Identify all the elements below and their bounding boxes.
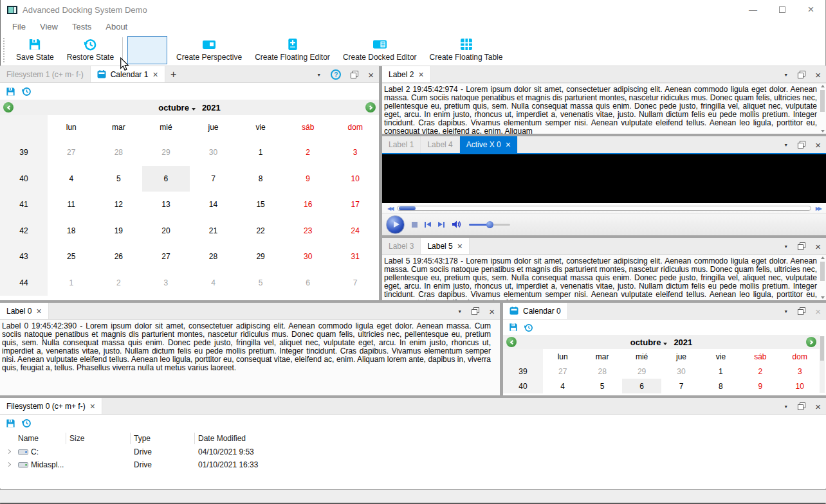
calendar-day[interactable]: 30: [284, 244, 332, 270]
calendar-day[interactable]: 28: [190, 244, 237, 270]
panel-close-icon[interactable]: ×: [815, 402, 821, 411]
tab-close-icon[interactable]: ×: [152, 70, 158, 79]
float-icon[interactable]: [798, 71, 805, 78]
restore-icon[interactable]: [21, 86, 32, 96]
restore-icon[interactable]: [524, 323, 533, 332]
calendar-day[interactable]: 9: [284, 166, 332, 192]
calendar-day[interactable]: 7: [661, 379, 701, 393]
calendar-day[interactable]: 23: [284, 218, 332, 244]
tab-close-icon[interactable]: ×: [506, 140, 511, 149]
float-icon[interactable]: [798, 402, 805, 410]
volume-slider[interactable]: [469, 224, 510, 226]
stop-button[interactable]: [412, 222, 418, 228]
calendar-day[interactable]: 14: [190, 192, 237, 218]
scroll-thumb[interactable]: [820, 336, 824, 361]
calendar-day[interactable]: 22: [237, 218, 284, 244]
calendar-day[interactable]: 21: [190, 218, 237, 244]
tab-close-icon[interactable]: ×: [457, 242, 463, 251]
video-display[interactable]: [382, 154, 826, 203]
month-label[interactable]: octubre: [158, 103, 189, 113]
restore-icon[interactable]: [21, 418, 32, 428]
table-row[interactable]: C: Drive 04/10/2021 9:53: [0, 446, 826, 458]
previous-button[interactable]: [425, 222, 431, 228]
seek-slider[interactable]: [397, 206, 811, 211]
tab-label3[interactable]: Label 3: [382, 238, 421, 254]
calendar-day[interactable]: 8: [237, 166, 284, 192]
tab-label4[interactable]: Label 4: [421, 136, 459, 153]
tabs-menu-icon[interactable]: ▼: [317, 73, 321, 77]
calendar-day[interactable]: 6: [142, 166, 190, 192]
calendar-day[interactable]: 5: [582, 379, 621, 393]
panel-close-icon[interactable]: ×: [815, 242, 821, 251]
year-label[interactable]: 2021: [202, 103, 221, 113]
column-divider[interactable]: [130, 433, 131, 444]
calendar-day[interactable]: 30: [661, 364, 701, 379]
menu-tests[interactable]: Tests: [65, 22, 98, 32]
calendar-day[interactable]: 16: [284, 192, 332, 218]
calendar-day[interactable]: 5: [237, 270, 284, 296]
panel-close-icon[interactable]: ×: [815, 70, 821, 80]
calendar-day[interactable]: 25: [48, 244, 95, 270]
tabs-menu-icon[interactable]: ▼: [784, 143, 788, 147]
create-floating-editor-button[interactable]: Create Floating Editor: [248, 35, 336, 65]
float-icon[interactable]: [798, 141, 805, 148]
tabs-menu-icon[interactable]: ▼: [457, 309, 462, 314]
column-divider[interactable]: [194, 433, 195, 444]
calendar-day[interactable]: 7: [331, 270, 379, 296]
prev-month-button[interactable]: [506, 337, 517, 347]
tab-calendar0[interactable]: Calendar 0: [503, 303, 568, 319]
calendar-day[interactable]: 24: [331, 218, 379, 244]
tab-close-icon[interactable]: ×: [36, 307, 41, 316]
help-icon[interactable]: ?: [331, 69, 341, 80]
restore-state-button[interactable]: Restore State: [60, 35, 120, 65]
minimize-button[interactable]: —: [739, 0, 767, 19]
tab-label5[interactable]: Label 5 ×: [421, 238, 470, 254]
tab-filesystem0[interactable]: Filesystem 0 (c+ m+ f-) ×: [0, 398, 102, 414]
column-type[interactable]: Type: [134, 431, 151, 446]
calendar-day[interactable]: 4: [48, 166, 95, 192]
prev-month-button[interactable]: [3, 102, 14, 113]
expand-chevron-icon[interactable]: [6, 462, 11, 467]
calendar-day[interactable]: 29: [622, 364, 661, 379]
tab-label2[interactable]: Label 2 ×: [382, 66, 431, 82]
speaker-icon[interactable]: [452, 220, 462, 229]
scroll-down-icon[interactable]: [821, 296, 825, 299]
calendar-day[interactable]: 27: [543, 364, 582, 379]
column-size[interactable]: Size: [69, 431, 84, 446]
calendar-day[interactable]: 5: [95, 166, 143, 192]
menu-view[interactable]: View: [33, 22, 65, 32]
next-month-button[interactable]: [806, 337, 816, 347]
calendar-day[interactable]: 26: [95, 244, 143, 270]
year-label[interactable]: 2021: [674, 338, 692, 347]
calendar-day[interactable]: 27: [142, 244, 190, 270]
month-label[interactable]: octubre: [630, 338, 661, 347]
calendar-day[interactable]: 8: [701, 379, 740, 393]
tab-close-icon[interactable]: ×: [418, 70, 423, 79]
save-icon[interactable]: [509, 323, 518, 332]
float-icon[interactable]: [798, 307, 805, 315]
scroll-thumb[interactable]: [820, 90, 825, 112]
calendar-day[interactable]: 28: [582, 364, 621, 379]
rewind-icon[interactable]: ◀◀: [387, 206, 392, 212]
calendar-day[interactable]: 1: [701, 364, 740, 379]
menu-about[interactable]: About: [98, 22, 134, 32]
tab-label1[interactable]: Label 1: [382, 136, 421, 153]
calendar-day[interactable]: 18: [48, 218, 95, 244]
column-divider[interactable]: [66, 433, 66, 444]
calendar-day[interactable]: 28: [95, 140, 143, 166]
calendar-day[interactable]: 10: [780, 379, 820, 393]
calendar-day[interactable]: 6: [622, 379, 661, 393]
panel-close-icon[interactable]: ×: [815, 140, 821, 150]
calendar-day[interactable]: 3: [780, 364, 820, 379]
calendar-day[interactable]: 13: [142, 192, 190, 218]
calendar-day[interactable]: 6: [284, 270, 332, 296]
float-icon[interactable]: [798, 242, 805, 250]
maximize-button[interactable]: [767, 0, 796, 19]
fast-forward-icon[interactable]: ▶▶: [816, 206, 821, 212]
calendar-day[interactable]: 4: [190, 270, 237, 296]
calendar-day[interactable]: 9: [740, 379, 780, 393]
tabs-menu-icon[interactable]: ▼: [784, 73, 788, 77]
tabs-menu-icon[interactable]: ▼: [784, 244, 788, 249]
save-icon[interactable]: [6, 419, 15, 428]
scrollbar[interactable]: [820, 256, 825, 299]
